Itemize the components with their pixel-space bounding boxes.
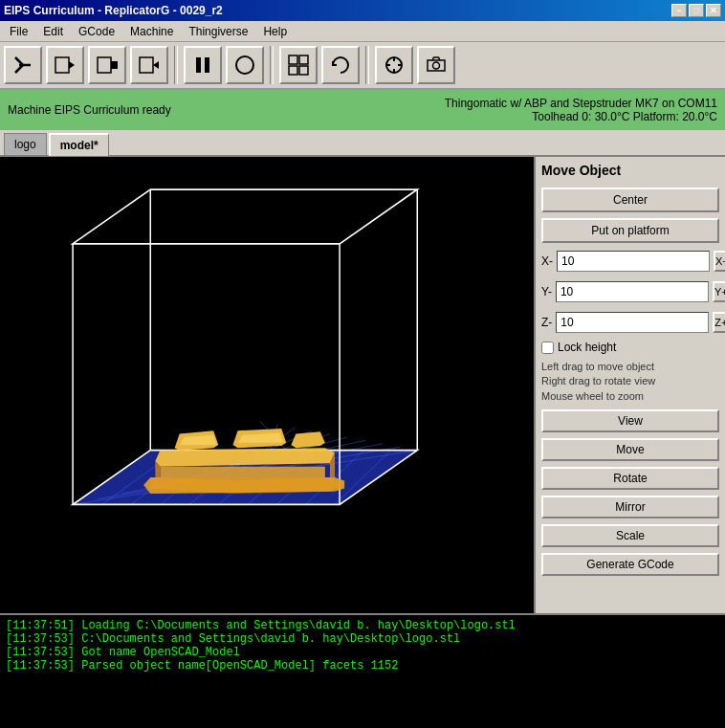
y-value-input[interactable] [556, 281, 709, 302]
svg-point-7 [236, 56, 253, 74]
main-content: Move Object Center Put on platform X- X+… [0, 157, 725, 613]
minimize-button[interactable]: − [671, 4, 687, 17]
build-button[interactable] [46, 46, 84, 84]
tool-button[interactable] [375, 46, 413, 84]
put-on-platform-button[interactable]: Put on platform [541, 218, 719, 243]
x-axis-row: X- X+ [541, 251, 719, 272]
menu-file[interactable]: File [4, 23, 33, 40]
console-line-2: [11:37:53] C:\Documents and Settings\dav… [6, 632, 719, 646]
y-axis-row: Y- Y+ [541, 281, 719, 302]
machine-status: Machine EIPS Curriculum ready [8, 103, 445, 117]
open-button[interactable] [4, 46, 42, 84]
svg-marker-49 [143, 477, 344, 494]
z-value-input[interactable] [556, 312, 709, 333]
connection-info: Thingomatic w/ ABP and Stepstruder MK7 o… [445, 97, 717, 123]
rewind-button[interactable] [130, 46, 168, 84]
rotate-button[interactable]: Rotate [541, 467, 719, 490]
svg-rect-6 [205, 57, 209, 73]
3d-viewport[interactable] [0, 157, 534, 613]
center-button[interactable]: Center [541, 188, 719, 212]
svg-rect-18 [0, 157, 534, 613]
info-line3: Mouse wheel to zoom [541, 389, 719, 404]
menu-thingiverse[interactable]: Thingiverse [183, 23, 253, 40]
titlebar: EIPS Curriculum - ReplicatorG - 0029_r2 … [0, 0, 725, 21]
tab-model[interactable]: model* [49, 133, 109, 156]
view-button[interactable]: View [541, 409, 719, 432]
menubar: File Edit GCode Machine Thingiverse Help [0, 21, 725, 42]
svg-rect-9 [299, 55, 308, 64]
console-line-1: [11:37:51] Loading C:\Documents and Sett… [6, 619, 719, 632]
svg-marker-51 [160, 467, 324, 477]
move-button[interactable]: Move [541, 438, 719, 461]
svg-rect-4 [140, 57, 153, 73]
scale-button[interactable]: Scale [541, 524, 719, 547]
svg-point-17 [433, 62, 440, 69]
stop-button[interactable] [88, 46, 126, 84]
stop2-button[interactable] [226, 46, 264, 84]
menu-help[interactable]: Help [257, 23, 293, 40]
grid-button[interactable] [279, 46, 318, 84]
camera-button[interactable] [417, 46, 455, 84]
z-plus-button[interactable]: Z+ [713, 312, 725, 333]
menu-gcode[interactable]: GCode [73, 23, 121, 40]
close-button[interactable]: ✕ [706, 4, 721, 17]
pause-button[interactable] [184, 46, 222, 84]
mirror-button[interactable]: Mirror [541, 496, 719, 518]
x-minus-label: X- [541, 254, 553, 268]
window-controls: − □ ✕ [671, 4, 721, 17]
connection-text: Thingomatic w/ ABP and Stepstruder MK7 o… [445, 97, 717, 110]
titlebar-title: EIPS Curriculum - ReplicatorG - 0029_r2 [4, 4, 223, 17]
toolbar-sep3 [365, 46, 369, 84]
refresh-button[interactable] [321, 46, 360, 84]
info-line2: Right drag to rotate view [541, 374, 719, 388]
drag-info: Left drag to move object Right drag to r… [541, 360, 719, 404]
y-minus-label: Y- [541, 285, 552, 298]
svg-marker-56 [291, 431, 325, 448]
generate-gcode-button[interactable]: Generate GCode [541, 553, 719, 576]
svg-rect-1 [55, 57, 69, 73]
z-axis-row: Z- Z+ [541, 312, 719, 333]
y-plus-button[interactable]: Y+ [713, 281, 725, 302]
toolbar-sep1 [174, 46, 178, 84]
statusbar: Machine EIPS Curriculum ready Thingomati… [0, 90, 725, 130]
console-line-3: [11:37:53] Got name OpenSCAD_Model [6, 646, 719, 659]
tab-bar: logo model* [0, 130, 725, 157]
toolbar-sep2 [270, 46, 274, 84]
info-line1: Left drag to move object [541, 360, 719, 374]
console-line-4: [11:37:53] Parsed object name[OpenSCAD_M… [6, 659, 719, 673]
x-plus-button[interactable]: X+ [714, 251, 725, 272]
lock-height-checkbox[interactable] [541, 342, 554, 354]
menu-machine[interactable]: Machine [124, 23, 179, 40]
svg-rect-3 [111, 61, 118, 69]
lock-height-label: Lock height [558, 341, 616, 354]
z-minus-label: Z- [541, 316, 552, 329]
menu-edit[interactable]: Edit [37, 23, 69, 40]
svg-rect-11 [299, 66, 308, 75]
right-panel: Move Object Center Put on platform X- X+… [534, 157, 725, 613]
maximize-button[interactable]: □ [689, 4, 704, 17]
svg-rect-8 [289, 55, 297, 64]
temperature-text: Toolhead 0: 30.0°C Platform: 20.0°C [445, 110, 717, 123]
panel-title: Move Object [541, 163, 719, 178]
lock-height-row: Lock height [541, 341, 719, 354]
svg-rect-10 [289, 66, 297, 75]
svg-rect-5 [196, 57, 201, 73]
toolbar [0, 42, 725, 90]
tab-logo[interactable]: logo [4, 133, 47, 155]
console-output: [11:37:51] Loading C:\Documents and Sett… [0, 613, 725, 728]
x-value-input[interactable] [557, 251, 710, 272]
svg-rect-2 [98, 57, 111, 73]
